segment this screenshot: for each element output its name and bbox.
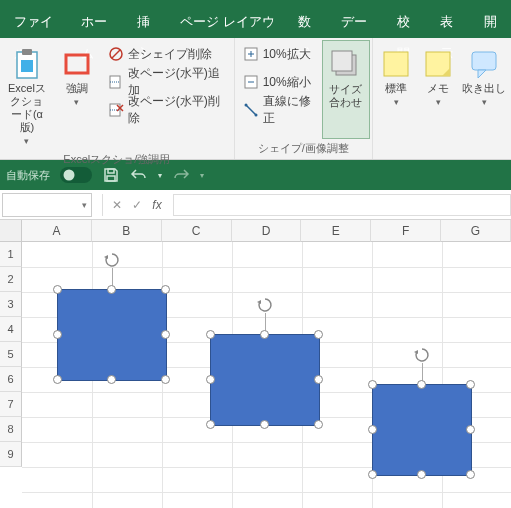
save-icon[interactable] bbox=[102, 166, 120, 184]
zoom-out-button[interactable]: 10%縮小 bbox=[237, 68, 322, 96]
svg-rect-3 bbox=[66, 55, 88, 73]
ribbon: Excelスクショ ード(α版) ▾ 強調 ▾ 全シェイプ削除 改ページ(水平)… bbox=[0, 38, 511, 160]
ribbon-tabs: ファイル ホーム 挿入 ページ レイアウト 数式 データ 校閲 表示 開 bbox=[0, 6, 511, 38]
row-header[interactable]: 6 bbox=[0, 367, 22, 392]
memo-icon bbox=[422, 48, 454, 80]
autosave-label: 自動保存 bbox=[6, 168, 50, 183]
dropdown-icon: ▾ bbox=[82, 200, 87, 210]
column-header[interactable]: A bbox=[22, 220, 92, 242]
tab-insert[interactable]: 挿入 bbox=[127, 6, 171, 38]
svg-rect-2 bbox=[21, 60, 33, 72]
delete-pagebreak-button[interactable]: 改ページ(水平)削除 bbox=[102, 96, 232, 124]
tab-dev[interactable]: 開 bbox=[474, 6, 507, 38]
name-box[interactable]: ▾ bbox=[2, 193, 92, 217]
row-header[interactable]: 5 bbox=[0, 342, 22, 367]
worksheet: A B C D E F G 1 2 3 4 5 6 7 8 9 bbox=[0, 220, 511, 508]
undo-icon[interactable] bbox=[130, 166, 148, 184]
group-label: Excelスクショ/強調用 bbox=[0, 152, 234, 166]
column-header[interactable]: G bbox=[441, 220, 511, 242]
row-header[interactable]: 3 bbox=[0, 292, 22, 317]
cell-grid[interactable] bbox=[22, 242, 511, 508]
group-label: シェイプ/画像調整 bbox=[235, 141, 372, 159]
select-all-cell[interactable] bbox=[0, 220, 22, 242]
svg-line-5 bbox=[112, 50, 120, 58]
tab-home[interactable]: ホーム bbox=[71, 6, 126, 38]
redo-dropdown[interactable]: ▾ bbox=[200, 171, 204, 180]
shape-rectangle[interactable] bbox=[372, 384, 472, 476]
tab-review[interactable]: 校閲 bbox=[387, 6, 431, 38]
svg-line-17 bbox=[246, 105, 256, 115]
dropdown-icon: ▾ bbox=[436, 97, 441, 107]
delete-icon bbox=[108, 46, 124, 62]
note-icon bbox=[380, 48, 412, 80]
column-header[interactable]: E bbox=[301, 220, 371, 242]
enter-icon[interactable]: ✓ bbox=[127, 194, 147, 216]
svg-rect-30 bbox=[107, 176, 115, 181]
svg-marker-26 bbox=[478, 70, 486, 78]
svg-rect-21 bbox=[332, 51, 352, 71]
cancel-icon[interactable]: ✕ bbox=[107, 194, 127, 216]
dropdown-icon: ▾ bbox=[24, 136, 29, 146]
dropdown-icon: ▾ bbox=[74, 97, 79, 107]
svg-point-19 bbox=[254, 114, 257, 117]
svg-point-18 bbox=[244, 104, 247, 107]
clipboard-icon bbox=[11, 48, 43, 80]
fit-size-icon bbox=[330, 49, 362, 81]
zoom-out-icon bbox=[243, 74, 259, 90]
undo-dropdown[interactable]: ▾ bbox=[158, 171, 162, 180]
tab-view[interactable]: 表示 bbox=[430, 6, 474, 38]
row-header[interactable]: 1 bbox=[0, 242, 22, 267]
tab-formula[interactable]: 数式 bbox=[288, 6, 332, 38]
column-header[interactable]: F bbox=[371, 220, 441, 242]
row-header[interactable]: 9 bbox=[0, 442, 22, 467]
column-header[interactable]: B bbox=[92, 220, 162, 242]
fit-size-button[interactable]: サイズ 合わせ bbox=[322, 40, 370, 139]
column-header[interactable]: D bbox=[232, 220, 302, 242]
rotate-handle-icon[interactable] bbox=[257, 297, 273, 313]
rotate-handle-icon[interactable] bbox=[104, 252, 120, 268]
delete-all-shapes-button[interactable]: 全シェイプ削除 bbox=[102, 40, 232, 68]
svg-rect-25 bbox=[472, 52, 496, 70]
autosave-toggle[interactable] bbox=[60, 167, 92, 183]
shape-rectangle[interactable] bbox=[57, 289, 167, 381]
dropdown-icon: ▾ bbox=[394, 97, 399, 107]
memo-button[interactable]: メモ ▾ bbox=[417, 40, 459, 139]
zoom-in-icon bbox=[243, 46, 259, 62]
fx-icon[interactable]: fx bbox=[147, 194, 167, 216]
straighten-icon bbox=[243, 102, 259, 118]
column-header[interactable]: C bbox=[162, 220, 232, 242]
dropdown-icon: ▾ bbox=[482, 97, 487, 107]
svg-rect-1 bbox=[22, 49, 32, 55]
row-header[interactable]: 4 bbox=[0, 317, 22, 342]
pagebreak-delete-icon bbox=[108, 102, 124, 118]
redo-icon[interactable] bbox=[172, 166, 190, 184]
svg-point-28 bbox=[64, 170, 75, 181]
screenshot-button[interactable]: Excelスクショ ード(α版) ▾ bbox=[2, 40, 52, 150]
tab-data[interactable]: データ bbox=[331, 6, 386, 38]
row-header[interactable]: 8 bbox=[0, 417, 22, 442]
zoom-in-button[interactable]: 10%拡大 bbox=[237, 40, 322, 68]
straighten-button[interactable]: 直線に修正 bbox=[237, 96, 322, 124]
row-header[interactable]: 7 bbox=[0, 392, 22, 417]
formula-bar[interactable] bbox=[173, 194, 511, 216]
tab-layout[interactable]: ページ レイアウト bbox=[170, 6, 288, 38]
standard-note-button[interactable]: 標準 ▾ bbox=[375, 40, 417, 139]
shape-rectangle[interactable] bbox=[210, 334, 320, 426]
callout-icon bbox=[468, 48, 500, 80]
row-header[interactable]: 2 bbox=[0, 267, 22, 292]
pagebreak-add-icon bbox=[108, 74, 124, 90]
svg-rect-22 bbox=[384, 52, 408, 76]
rotate-handle-icon[interactable] bbox=[414, 347, 430, 363]
emphasis-icon bbox=[61, 48, 93, 80]
add-pagebreak-button[interactable]: 改ページ(水平)追加 bbox=[102, 68, 232, 96]
svg-rect-29 bbox=[108, 169, 114, 173]
tab-file[interactable]: ファイル bbox=[4, 6, 71, 38]
callout-button[interactable]: 吹き出し ▾ bbox=[459, 40, 509, 139]
formula-bar-row: ▾ ✕ ✓ fx bbox=[0, 190, 511, 220]
emphasis-button[interactable]: 強調 ▾ bbox=[52, 40, 102, 150]
